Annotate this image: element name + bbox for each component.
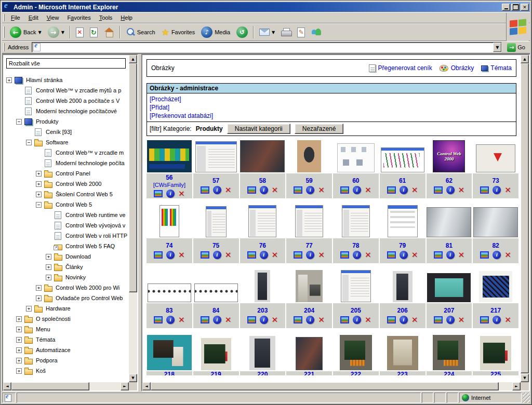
- back-button[interactable]: ← Back ▼: [7, 24, 45, 40]
- image-number-link[interactable]: 61: [399, 178, 406, 184]
- image-number-link[interactable]: 59: [305, 178, 312, 184]
- delete-icon[interactable]: [365, 316, 371, 323]
- picture-icon[interactable]: [434, 316, 443, 323]
- picture-icon[interactable]: [247, 251, 256, 259]
- tree-toggle-icon[interactable]: −: [26, 140, 32, 145]
- info-icon[interactable]: [306, 251, 314, 259]
- thumbnail-image[interactable]: [159, 205, 179, 237]
- picture-icon[interactable]: [294, 186, 302, 194]
- picture-icon[interactable]: [480, 316, 489, 323]
- tree-toggle-icon[interactable]: +: [16, 327, 22, 332]
- media-button[interactable]: ♪ Media: [198, 24, 233, 40]
- thumbnail-image[interactable]: [427, 273, 471, 302]
- menu-item-file[interactable]: File: [7, 13, 24, 22]
- tree-toggle-icon[interactable]: +: [46, 264, 51, 270]
- scrollbar-thumb[interactable]: [521, 63, 529, 373]
- tree-item[interactable]: Moderní technologie počíta: [6, 158, 129, 168]
- delete-icon[interactable]: [458, 251, 465, 259]
- tree-toggle-icon[interactable]: +: [16, 316, 22, 322]
- menubar-grip[interactable]: [3, 14, 5, 21]
- delete-icon[interactable]: [411, 186, 418, 194]
- delete-icon[interactable]: [365, 251, 371, 259]
- info-icon[interactable]: [400, 186, 408, 194]
- rescan-database-link[interactable]: [Přeskenovat databázi]: [150, 112, 513, 120]
- delete-icon[interactable]: [458, 186, 465, 194]
- image-number-link[interactable]: 73: [492, 178, 499, 184]
- tree-toggle-icon[interactable]: +: [36, 192, 42, 197]
- picture-icon[interactable]: [247, 316, 256, 323]
- info-icon[interactable]: [260, 251, 268, 259]
- delete-icon[interactable]: [504, 251, 511, 259]
- image-tag-link[interactable]: [CWsFamily]: [153, 182, 185, 188]
- image-number-link[interactable]: 225: [490, 371, 501, 375]
- image-number-link[interactable]: 75: [212, 242, 219, 249]
- history-button[interactable]: ↺: [233, 24, 251, 40]
- main-vertical-scrollbar[interactable]: ▲ ▼: [521, 55, 529, 382]
- scroll-up-icon[interactable]: ▲: [129, 55, 137, 63]
- tree-toggle-icon[interactable]: −: [36, 202, 42, 208]
- thumbnail-image[interactable]: [201, 338, 231, 370]
- tree-toggle-icon[interactable]: −: [16, 119, 22, 125]
- tree-item[interactable]: Control Web 5 FAQ: [6, 241, 129, 251]
- info-icon[interactable]: [213, 316, 221, 324]
- image-number-link[interactable]: 224: [444, 371, 454, 375]
- thumbnail-image[interactable]: [479, 271, 512, 302]
- picture-icon[interactable]: [294, 316, 302, 323]
- thumbnail-image[interactable]: [148, 284, 191, 302]
- delete-icon[interactable]: [318, 186, 325, 194]
- tree-item[interactable]: Control Web vývojová v: [6, 220, 129, 231]
- image-number-link[interactable]: 74: [166, 242, 172, 249]
- image-number-link[interactable]: 57: [212, 178, 219, 184]
- tree-item[interactable]: + Hardware: [6, 303, 129, 314]
- thumbnail-image[interactable]: [194, 284, 238, 302]
- tree-item[interactable]: + Koš: [6, 366, 129, 376]
- tree-toggle-icon[interactable]: +: [46, 275, 51, 280]
- tree-item[interactable]: Control Web 2000 a počítače s V: [6, 96, 129, 106]
- resize-grip[interactable]: [523, 393, 530, 403]
- image-number-link[interactable]: 81: [446, 242, 453, 249]
- tree-item[interactable]: + Hlavní stránka: [6, 75, 129, 85]
- picture-icon[interactable]: [434, 251, 443, 259]
- tree-item[interactable]: Control Web runtime ve: [6, 210, 129, 220]
- info-icon[interactable]: [213, 186, 221, 194]
- info-icon[interactable]: [446, 251, 455, 259]
- thumbnail-image[interactable]: [427, 207, 471, 237]
- image-number-link[interactable]: 56: [166, 174, 172, 181]
- toolbar-grip[interactable]: [3, 26, 5, 38]
- refresh-button[interactable]: [87, 24, 101, 40]
- image-number-link[interactable]: 207: [444, 307, 454, 314]
- tree-item[interactable]: + Témata: [6, 334, 129, 345]
- scroll-right-icon[interactable]: ►: [121, 382, 129, 390]
- tree-toggle-icon[interactable]: +: [6, 77, 12, 83]
- scroll-down-icon[interactable]: ▼: [521, 374, 529, 382]
- tree-item[interactable]: Control Web v roli HTTP: [6, 231, 129, 241]
- images-link[interactable]: Obrázky: [440, 64, 474, 72]
- thumbnail-image[interactable]: [147, 335, 192, 370]
- delete-icon[interactable]: [504, 316, 511, 323]
- delete-icon[interactable]: [318, 316, 325, 323]
- tree-item[interactable]: Moderní technologie počítačové: [6, 106, 129, 116]
- info-icon[interactable]: [166, 251, 175, 259]
- image-number-link[interactable]: 60: [352, 178, 359, 184]
- thumbnail-image[interactable]: [433, 335, 465, 370]
- add-link[interactable]: [Přidat]: [150, 103, 513, 112]
- thumbnail-image[interactable]: [381, 147, 424, 172]
- image-number-link[interactable]: 84: [212, 307, 219, 314]
- tree-item[interactable]: − Control Web 5: [6, 199, 129, 210]
- thumbnail-image[interactable]: [393, 271, 413, 302]
- thumbnail-image[interactable]: [388, 205, 418, 237]
- image-number-link[interactable]: 78: [352, 242, 359, 249]
- tree-item[interactable]: + Automatizace: [6, 345, 129, 355]
- picture-icon[interactable]: [154, 190, 163, 197]
- tree-item[interactable]: + O společnosti: [6, 314, 129, 324]
- edit-button[interactable]: [294, 24, 308, 40]
- thumbnail-image[interactable]: [206, 206, 227, 237]
- thumbnail-image[interactable]: [473, 207, 518, 237]
- favorites-button[interactable]: ★ Favorites: [158, 24, 198, 40]
- thumbnail-image[interactable]: [296, 337, 323, 370]
- picture-icon[interactable]: [434, 186, 443, 194]
- tree-toggle-icon[interactable]: +: [26, 306, 32, 312]
- picture-icon[interactable]: [480, 186, 489, 194]
- tree-item[interactable]: Control Web™ v zrcadle m: [6, 147, 129, 158]
- mail-button[interactable]: ▼: [256, 24, 278, 40]
